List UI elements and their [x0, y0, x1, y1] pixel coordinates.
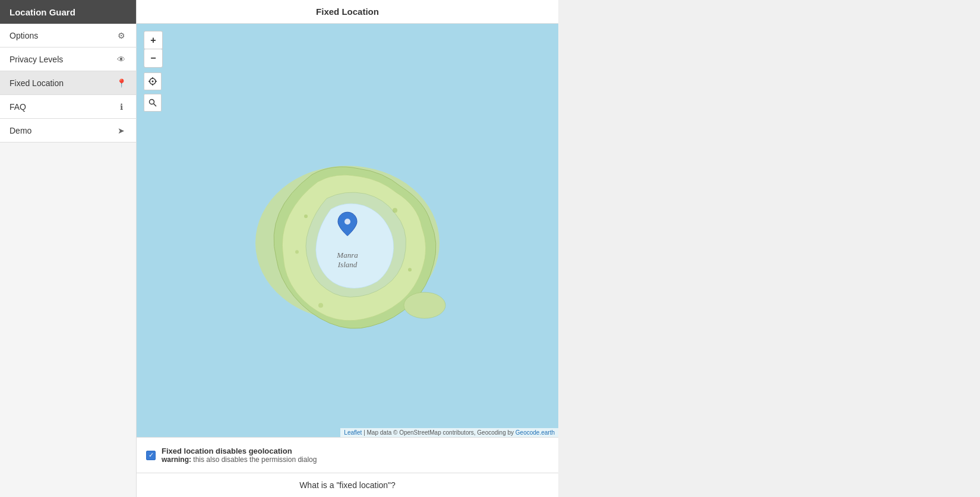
island-label: Manra: [336, 251, 358, 259]
svg-point-11: [295, 250, 299, 254]
svg-line-7: [154, 104, 157, 107]
svg-point-15: [344, 219, 350, 224]
zoom-out-button[interactable]: −: [144, 49, 162, 67]
sidebar-item-privacy-levels[interactable]: Privacy Levels 👁: [0, 48, 136, 71]
map-attribution: Leaflet | Map data © OpenStreetMap contr…: [340, 428, 558, 437]
geolocation-checkbox[interactable]: [146, 451, 156, 460]
svg-point-13: [318, 303, 323, 308]
svg-point-10: [393, 208, 397, 213]
gear-icon: ⚙: [116, 30, 127, 41]
svg-point-6: [150, 100, 154, 105]
map-controls: + −: [144, 31, 163, 112]
main-panel: Fixed Location + −: [137, 0, 558, 497]
svg-point-9: [304, 214, 308, 218]
right-panel: [558, 0, 980, 497]
app-title: Location Guard: [0, 0, 136, 24]
map[interactable]: + −: [137, 24, 558, 437]
what-is-section[interactable]: What is a "fixed location"?: [137, 473, 558, 497]
eye-icon: 👁: [116, 54, 127, 65]
location-button[interactable]: [144, 72, 162, 90]
island-label-2: Island: [337, 260, 358, 269]
zoom-in-button[interactable]: +: [144, 31, 162, 49]
info-bar: Fixed location disables geolocation warn…: [137, 437, 558, 473]
sidebar-item-options[interactable]: Options ⚙: [0, 24, 136, 48]
arrow-icon: ➤: [116, 125, 127, 136]
svg-point-12: [408, 268, 412, 271]
info-text: Fixed location disables geolocation warn…: [162, 447, 317, 464]
svg-point-1: [152, 81, 154, 83]
sidebar-item-faq[interactable]: FAQ ℹ: [0, 95, 136, 119]
sidebar: Location Guard Options ⚙ Privacy Levels …: [0, 0, 137, 497]
pin-icon: 📍: [116, 78, 127, 88]
search-button[interactable]: [144, 94, 162, 112]
map-island: Manra Island: [235, 133, 460, 349]
zoom-controls: + −: [144, 31, 163, 68]
sidebar-item-demo[interactable]: Demo ➤: [0, 119, 136, 143]
geocode-link[interactable]: Geocode.earth: [516, 429, 555, 436]
info-icon: ℹ: [116, 102, 127, 112]
svg-point-14: [404, 292, 445, 318]
page-title: Fixed Location: [137, 0, 558, 24]
sidebar-item-fixed-location[interactable]: Fixed Location 📍: [0, 71, 136, 95]
leaflet-link[interactable]: Leaflet: [344, 429, 362, 436]
